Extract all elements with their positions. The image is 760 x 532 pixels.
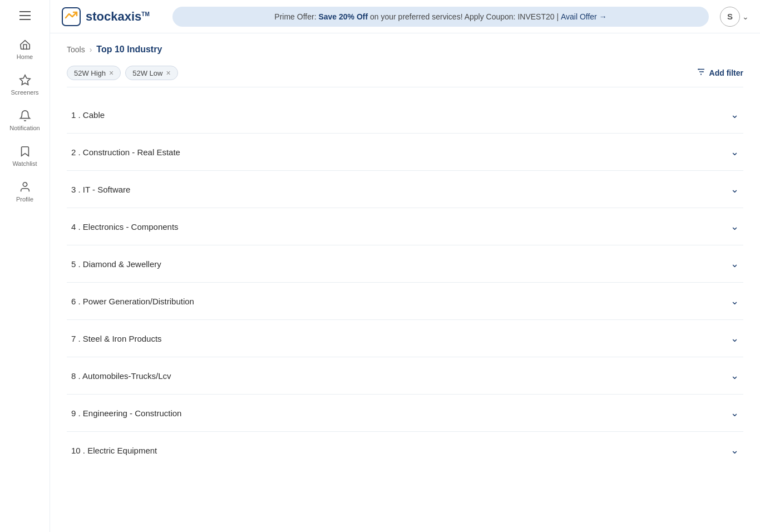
sidebar-item-home[interactable]: Home	[0, 31, 50, 67]
sidebar-item-screeners[interactable]: Screeners	[0, 67, 50, 102]
industry-item[interactable]: 6 . Power Generation/Distribution ⌄	[67, 283, 743, 320]
person-icon	[18, 180, 32, 194]
sidebar-item-home-label: Home	[17, 53, 33, 60]
filter-tag-52w-low[interactable]: 52W Low ×	[125, 66, 177, 80]
chevron-down-icon: ⌄	[731, 332, 739, 344]
industry-list: 1 . Cable ⌄ 2 . Construction - Real Esta…	[67, 96, 743, 469]
promo-text-bold: Save 20% Off	[318, 12, 368, 21]
breadcrumb-separator: ›	[90, 45, 92, 54]
chevron-down-icon: ⌄	[731, 295, 739, 307]
chevron-down-icon: ⌄	[731, 258, 739, 270]
industry-item[interactable]: 5 . Diamond & Jewellery ⌄	[67, 245, 743, 283]
industry-name: 1 . Cable	[71, 110, 105, 120]
industry-name: 7 . Steel & Iron Products	[71, 334, 162, 343]
filter-tag-52w-low-label: 52W Low	[132, 69, 162, 77]
logo-area: stockaxisTM	[61, 7, 161, 27]
main-area: stockaxisTM Prime Offer: Save 20% Off on…	[50, 0, 760, 532]
add-filter-label: Add filter	[709, 68, 743, 77]
content-area: Tools › Top 10 Industry 52W High × 52W L…	[50, 33, 760, 532]
home-icon	[18, 38, 32, 51]
industry-name: 9 . Engineering - Construction	[71, 408, 181, 418]
chevron-down-icon: ⌄	[731, 183, 739, 195]
sidebar-item-profile-label: Profile	[16, 196, 33, 203]
breadcrumb-current: Top 10 Industry	[96, 45, 162, 55]
svg-marker-0	[19, 75, 29, 85]
industry-name: 4 . Electronics - Components	[71, 222, 179, 231]
filter-tags: 52W High × 52W Low ×	[67, 66, 178, 80]
sidebar-item-screeners-label: Screeners	[11, 89, 38, 96]
industry-item[interactable]: 2 . Construction - Real Estate ⌄	[67, 134, 743, 171]
user-avatar[interactable]: S	[720, 7, 740, 27]
svg-point-1	[23, 183, 27, 186]
industry-item[interactable]: 3 . IT - Software ⌄	[67, 171, 743, 208]
chevron-down-icon: ⌄	[731, 407, 739, 419]
industry-name: 3 . IT - Software	[71, 185, 130, 194]
chevron-down-icon: ⌄	[731, 146, 739, 158]
filter-tag-52w-high[interactable]: 52W High ×	[67, 66, 121, 80]
logo-text: stockaxisTM	[86, 9, 150, 24]
sidebar-item-notification[interactable]: Notification	[0, 102, 50, 138]
chevron-down-icon: ⌄	[731, 370, 739, 382]
filter-tag-52w-high-close[interactable]: ×	[109, 68, 113, 77]
filter-bar: 52W High × 52W Low ×	[67, 66, 743, 87]
industry-name: 2 . Construction - Real Estate	[71, 147, 180, 157]
chevron-down-icon: ⌄	[731, 220, 739, 233]
industry-item[interactable]: 8 . Automobiles-Trucks/Lcv ⌄	[67, 357, 743, 395]
breadcrumb-parent[interactable]: Tools	[67, 45, 85, 54]
hamburger-menu[interactable]	[15, 6, 35, 26]
promo-banner: Prime Offer: Save 20% Off on your prefer…	[172, 7, 709, 27]
bookmark-icon	[18, 145, 32, 158]
screeners-icon	[18, 73, 32, 87]
bell-icon	[18, 109, 32, 122]
industry-item[interactable]: 1 . Cable ⌄	[67, 96, 743, 134]
chevron-down-icon: ⌄	[731, 444, 739, 456]
industry-item[interactable]: 7 . Steel & Iron Products ⌄	[67, 320, 743, 357]
add-filter-button[interactable]: Add filter	[696, 67, 743, 79]
user-chevron-icon[interactable]: ⌄	[742, 12, 749, 21]
sidebar-item-watchlist-label: Watchlist	[12, 160, 37, 167]
industry-item[interactable]: 10 . Electric Equipment ⌄	[67, 432, 743, 469]
sidebar-item-notification-label: Notification	[9, 125, 40, 131]
svg-point-6	[698, 68, 699, 70]
filter-tag-52w-low-close[interactable]: ×	[166, 68, 170, 77]
svg-point-8	[700, 73, 701, 75]
sidebar-item-watchlist[interactable]: Watchlist	[0, 138, 50, 174]
sidebar-item-profile[interactable]: Profile	[0, 174, 50, 209]
industry-item[interactable]: 9 . Engineering - Construction ⌄	[67, 395, 743, 432]
industry-name: 5 . Diamond & Jewellery	[71, 259, 161, 269]
filter-icon	[696, 67, 706, 79]
svg-rect-2	[62, 8, 80, 26]
promo-text-prefix: Prime Offer:	[274, 12, 318, 21]
industry-item[interactable]: 4 . Electronics - Components ⌄	[67, 208, 743, 245]
promo-link[interactable]: Avail Offer →	[561, 12, 607, 21]
sidebar: Home Screeners Notification Watchlist	[0, 0, 50, 532]
logo-icon	[61, 7, 81, 27]
filter-tag-52w-high-label: 52W High	[74, 69, 106, 77]
svg-point-7	[702, 71, 703, 72]
chevron-down-icon: ⌄	[731, 109, 739, 121]
topbar: stockaxisTM Prime Offer: Save 20% Off on…	[50, 0, 760, 33]
industry-name: 6 . Power Generation/Distribution	[71, 297, 194, 306]
industry-name: 10 . Electric Equipment	[71, 446, 157, 455]
industry-name: 8 . Automobiles-Trucks/Lcv	[71, 371, 171, 381]
promo-text-suffix: on your preferred services! Apply Coupon…	[368, 12, 561, 21]
logo-tm: TM	[141, 11, 149, 17]
breadcrumb: Tools › Top 10 Industry	[67, 45, 743, 55]
